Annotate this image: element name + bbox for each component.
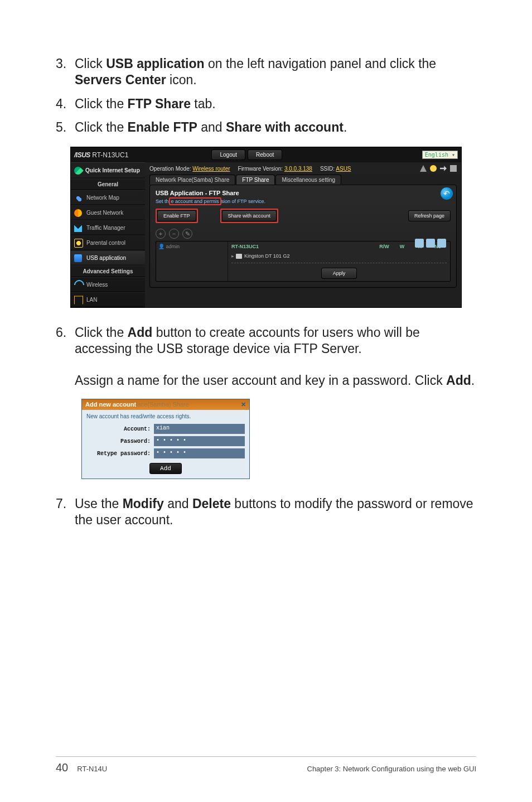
sidebar-item-guest-network[interactable]: Guest Network	[71, 205, 145, 220]
view-icon-3[interactable]	[437, 239, 446, 248]
password-input[interactable]: • • • • •	[154, 436, 245, 446]
view-icon-2[interactable]	[426, 239, 435, 248]
drive-icon	[236, 254, 242, 259]
sidebar: Quick Internet Setup General Network Map…	[71, 162, 145, 307]
ssid-link[interactable]: ASUS	[336, 166, 351, 172]
sidebar-item-usb-application[interactable]: USB application	[71, 250, 145, 265]
refresh-page-button[interactable]: Refresh page	[408, 210, 451, 221]
edit-user-icon[interactable]: ✎	[182, 229, 192, 239]
parental-icon	[74, 239, 83, 248]
apply-button[interactable]: Apply	[321, 268, 357, 279]
step-4: 4. Click the FTP Share tab.	[56, 96, 476, 112]
page-footer: 40 RT-N14U Chapter 3: Network Configurat…	[56, 756, 476, 774]
password-label: Password:	[86, 438, 154, 445]
status-icon-4	[450, 165, 457, 172]
tabs: Network Place(Samba) Share FTP Share Mis…	[145, 175, 461, 185]
retype-password-label: Retype password:	[86, 451, 154, 457]
language-select[interactable]: English	[422, 151, 458, 159]
sidebar-item-network-map[interactable]: Network Map	[71, 190, 145, 205]
footer-chapter: Chapter 3: Network Configuration using t…	[307, 765, 477, 773]
sidebar-item-parental-control[interactable]: Parental control	[71, 235, 145, 250]
drive-row[interactable]: ▸ Kingston DT 101 G2	[228, 252, 450, 260]
setup-icon	[72, 165, 84, 176]
brand: /ISUS RT-N13UC1	[74, 151, 209, 159]
tab-misc-setting[interactable]: Miscellaneous setting	[275, 175, 341, 185]
view-icon-1[interactable]	[415, 239, 424, 248]
user-admin[interactable]: admin	[158, 244, 225, 249]
close-icon[interactable]: ✕	[241, 401, 246, 408]
reboot-button[interactable]: Reboot	[248, 149, 282, 160]
op-mode-link[interactable]: Wireless router	[192, 166, 230, 172]
sidebar-header-general: General	[71, 178, 145, 190]
lan-icon	[74, 296, 83, 304]
step-5: 5. Click the Enable FTP and Share with a…	[56, 119, 476, 136]
footer-model: RT-N14U	[77, 765, 107, 773]
step-7: 7. Use the Modify and Delete buttons to …	[56, 496, 476, 528]
guest-icon	[74, 209, 82, 217]
panel-subtitle: Set the account and permission of FTP se…	[156, 197, 451, 205]
dialog-note: New account has read/write access rights…	[82, 410, 249, 423]
operation-bar: Operation Mode: Wireless router Firmware…	[145, 162, 461, 175]
status-icon-2	[430, 165, 437, 172]
enable-ftp-button[interactable]: Enable FTP	[157, 210, 196, 221]
router-screenshot: /ISUS RT-N13UC1 Logout Reboot English Qu…	[70, 147, 462, 308]
ftp-panel: ↶ USB Application - FTP Share Set the ac…	[149, 185, 457, 288]
step-3: 3. Click USB application on the left nav…	[56, 56, 476, 88]
dialog-title: Add new account	[85, 401, 136, 408]
usb-icon	[74, 254, 82, 262]
step-6: 6. Click the Add button to create accoun…	[56, 325, 476, 389]
firmware-link[interactable]: 3.0.0.3.138	[284, 166, 312, 172]
sidebar-item-wireless[interactable]: Wireless	[71, 277, 145, 292]
step-number: 3.	[56, 56, 75, 88]
sidebar-quick-setup[interactable]: Quick Internet Setup	[71, 162, 145, 178]
add-user-icon[interactable]: +	[156, 229, 166, 239]
sidebar-item-traffic-manager[interactable]: Traffic Manager	[71, 220, 145, 235]
file-list: admin RT-N13UC1 R/W W R No ▸	[156, 241, 451, 282]
sidebar-header-advanced: Advanced Settings	[71, 265, 145, 277]
page-number: 40	[56, 761, 68, 774]
add-button[interactable]: Add	[149, 463, 182, 474]
retype-password-input[interactable]: • • • • •	[154, 448, 245, 458]
tab-samba-share[interactable]: Network Place(Samba) Share	[149, 175, 235, 185]
network-map-icon	[74, 194, 82, 202]
share-with-account-button[interactable]: Share with account	[222, 210, 277, 221]
remove-user-icon[interactable]: −	[169, 229, 179, 239]
panel-title: USB Application - FTP Share	[156, 190, 451, 196]
logout-button[interactable]: Logout	[211, 149, 245, 160]
wifi-icon	[72, 278, 86, 292]
account-input[interactable]: xian	[154, 424, 245, 434]
add-account-dialog: Add new accountlace(Samba) Share ✕ New a…	[81, 399, 250, 479]
back-icon[interactable]: ↶	[441, 187, 453, 200]
sidebar-item-lan[interactable]: LAN	[71, 292, 145, 307]
status-icon-1	[420, 165, 427, 172]
tab-ftp-share[interactable]: FTP Share	[236, 175, 275, 185]
account-label: Account:	[86, 426, 154, 432]
status-icon-3	[440, 165, 447, 172]
traffic-icon	[74, 224, 82, 232]
